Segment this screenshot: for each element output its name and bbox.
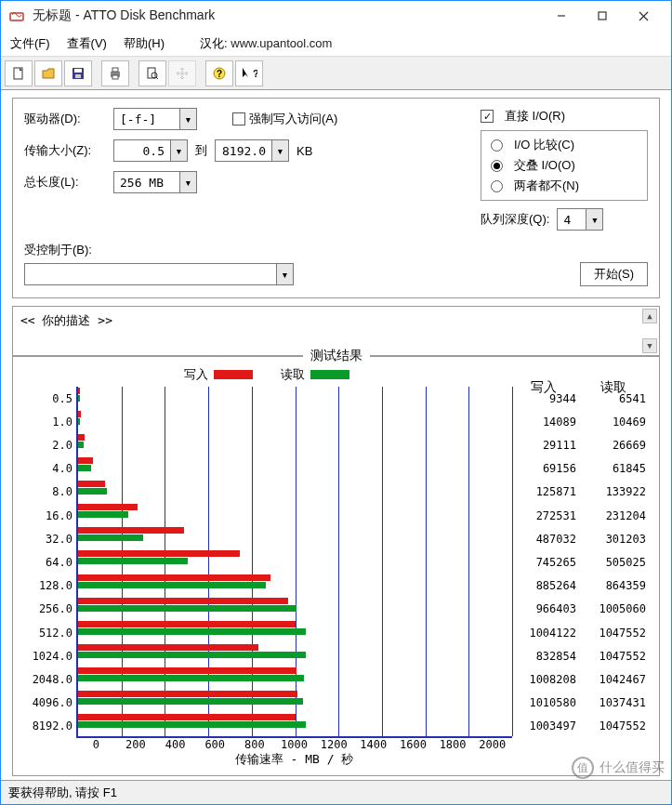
xaxis-title: 传输速率 - MB / 秒	[76, 751, 512, 768]
chevron-down-icon: ▾	[170, 140, 187, 161]
app-icon	[8, 7, 25, 24]
chevron-down-icon: ▾	[271, 140, 288, 161]
chevron-down-icon: ▾	[179, 172, 196, 192]
force-write-checkbox[interactable]	[232, 112, 245, 125]
data-headers: 写入 读取	[508, 379, 648, 396]
direct-io-label: 直接 I/O(R)	[505, 108, 565, 125]
new-button[interactable]	[5, 60, 33, 86]
xfer-label: 传输大小(Z):	[24, 142, 106, 159]
window-title: 无标题 - ATTO Disk Benchmark	[33, 7, 541, 24]
kb-label: KB	[296, 144, 312, 158]
scroll-down-icon[interactable]: ▼	[642, 338, 657, 353]
svg-text:?: ?	[217, 69, 222, 79]
maximize-button[interactable]	[582, 2, 623, 30]
to-label: 到	[195, 142, 207, 159]
watermark: 值 什么值得买	[572, 757, 665, 779]
toolbar: ? ?	[1, 57, 671, 90]
y-labels: 0.51.02.04.08.016.032.064.0128.0256.0512…	[20, 387, 76, 738]
whatsthis-button[interactable]: ?	[235, 60, 263, 86]
minimize-button[interactable]	[541, 2, 582, 30]
write-swatch	[214, 370, 253, 379]
menu-file[interactable]: 文件(F)	[10, 35, 50, 52]
read-swatch	[310, 370, 349, 379]
legend: 写入 读取	[20, 366, 512, 383]
xfer-to-combo[interactable]: 8192.0▾	[215, 139, 289, 162]
menubar: 文件(F) 查看(V) 帮助(H) 汉化: www.upantool.com	[1, 31, 671, 57]
force-write-label: 强制写入访问(A)	[249, 111, 337, 127]
queue-combo[interactable]: 4▾	[557, 208, 603, 231]
chevron-down-icon: ▾	[179, 109, 196, 129]
queue-label: 队列深度(Q):	[481, 211, 549, 228]
svg-line-14	[156, 77, 158, 79]
svg-rect-2	[599, 12, 606, 20]
direct-io-checkbox[interactable]: ✓	[481, 110, 494, 123]
menu-help[interactable]: 帮助(H)	[124, 35, 165, 52]
svg-rect-10	[112, 68, 118, 72]
open-button[interactable]	[34, 60, 62, 86]
watermark-icon: 值	[572, 757, 594, 779]
controlled-label: 受控制于(B):	[24, 242, 92, 258]
move-button[interactable]	[168, 60, 196, 86]
drive-combo[interactable]: [-f-]▾	[113, 108, 197, 130]
save-button[interactable]	[64, 60, 92, 86]
io-mode-group: I/O 比较(C) 交叠 I/O(O) 两者都不(N)	[481, 130, 648, 201]
statusbar: 要获得帮助, 请按 F1	[1, 780, 671, 804]
io-compare-radio[interactable]	[491, 139, 503, 152]
overlap-radio[interactable]	[491, 160, 503, 172]
print-button[interactable]	[101, 60, 129, 86]
han-link[interactable]: www.upantool.com	[231, 36, 332, 50]
help-button[interactable]: ?	[205, 60, 233, 86]
close-button[interactable]	[623, 2, 664, 30]
svg-rect-7	[74, 69, 82, 73]
len-combo[interactable]: 256 MB▾	[113, 171, 197, 193]
write-column: 9344140892911169156125871272531487032745…	[512, 387, 582, 738]
results-panel: 测试结果 写入 读取 写入 读取 0.51.02.04.08.016.032.0…	[12, 356, 660, 776]
svg-text:?: ?	[253, 68, 257, 79]
controlled-combo[interactable]: ▾	[24, 263, 294, 285]
scroll-up-icon[interactable]: ▲	[642, 309, 657, 323]
menu-view[interactable]: 查看(V)	[67, 35, 107, 52]
len-label: 总长度(L):	[24, 174, 106, 191]
svg-rect-8	[75, 74, 81, 78]
drive-label: 驱动器(D):	[24, 111, 106, 127]
chevron-down-icon: ▾	[276, 264, 293, 284]
titlebar: 无标题 - ATTO Disk Benchmark	[1, 1, 671, 31]
xfer-from-combo[interactable]: 0.5▾	[113, 139, 188, 162]
chevron-down-icon: ▾	[586, 209, 602, 230]
results-title: 测试结果	[303, 348, 370, 364]
start-button[interactable]: 开始(S)	[580, 262, 648, 286]
read-column: 6541104692666961845133922231204301203505…	[582, 387, 652, 738]
settings-panel: 驱动器(D): [-f-]▾ 强制写入访问(A) 传输大小(Z): 0.5▾ 到…	[12, 98, 660, 298]
svg-rect-11	[112, 75, 118, 79]
neither-radio[interactable]	[491, 180, 503, 192]
x-labels: 0200400600800100012001400160018002000	[76, 738, 512, 751]
chart-plot	[76, 387, 512, 738]
preview-button[interactable]	[138, 60, 166, 86]
han-label: 汉化:	[200, 36, 228, 50]
